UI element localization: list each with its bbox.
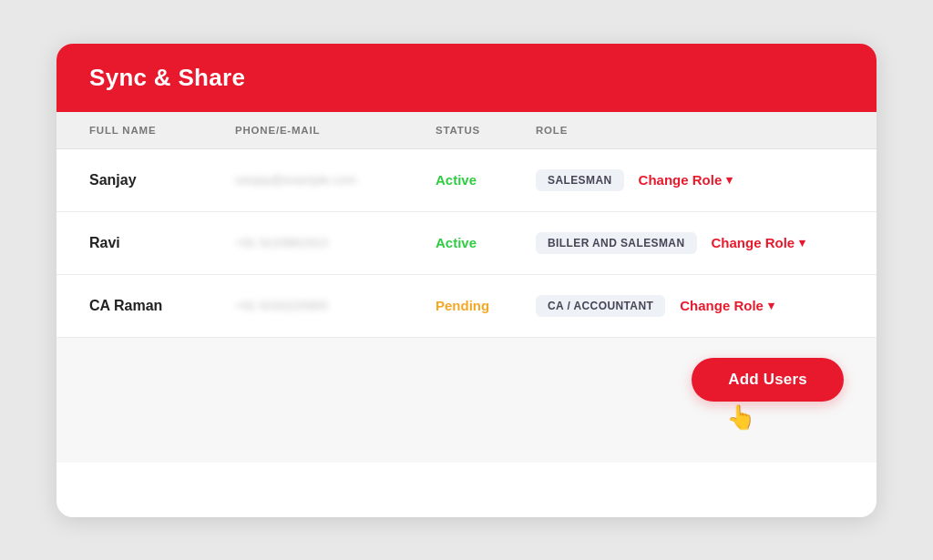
change-role-button[interactable]: Change Role ▾	[680, 298, 774, 313]
status-badge: Active	[436, 235, 536, 250]
table-row: CA Raman +91 9193225993 Pending CA / ACC…	[56, 275, 877, 338]
status-badge: Pending	[436, 298, 536, 313]
main-card: Sync & Share FULL NAME PHONE/E-MAIL STAT…	[56, 44, 877, 517]
role-area: SALESMAN Change Role ▾	[536, 169, 844, 191]
chevron-down-icon: ▾	[799, 236, 805, 249]
page-title: Sync & Share	[89, 64, 245, 91]
change-role-button[interactable]: Change Role ▾	[639, 172, 733, 188]
role-badge: BILLER AND SALESMAN	[536, 232, 697, 254]
chevron-down-icon: ▾	[768, 299, 774, 312]
role-badge: SALESMAN	[536, 169, 624, 191]
chevron-down-icon: ▾	[726, 173, 733, 187]
card-body: FULL NAME PHONE/E-MAIL STATUS ROLE Sanja…	[56, 112, 877, 463]
cursor-icon: 👆	[726, 402, 810, 432]
col-header-name: FULL NAME	[89, 125, 235, 136]
col-header-contact: PHONE/E-MAIL	[235, 125, 436, 136]
user-name: Sanjay	[89, 172, 235, 188]
role-area: CA / ACCOUNTANT Change Role ▾	[536, 295, 844, 317]
role-badge: CA / ACCOUNTANT	[536, 295, 665, 317]
status-badge: Active	[436, 172, 536, 188]
add-users-button[interactable]: Add Users	[692, 358, 844, 402]
change-role-button[interactable]: Change Role ▾	[712, 235, 806, 250]
user-contact: +91 9193225993	[235, 299, 436, 312]
col-header-role: ROLE	[536, 125, 844, 136]
user-contact: sanjay@example.com	[235, 173, 436, 187]
user-name: Ravi	[89, 235, 235, 251]
col-header-status: STATUS	[436, 125, 536, 136]
user-contact: +91 9133861913	[235, 236, 436, 249]
table-row: Ravi +91 9133861913 Active BILLER AND SA…	[56, 212, 877, 275]
table-row: Sanjay sanjay@example.com Active SALESMA…	[56, 149, 877, 212]
card-header: Sync & Share	[56, 44, 877, 112]
user-name: CA Raman	[89, 298, 235, 314]
footer-area: Add Users 👆	[56, 338, 877, 437]
table-header: FULL NAME PHONE/E-MAIL STATUS ROLE	[56, 112, 877, 149]
role-area: BILLER AND SALESMAN Change Role ▾	[536, 232, 844, 254]
